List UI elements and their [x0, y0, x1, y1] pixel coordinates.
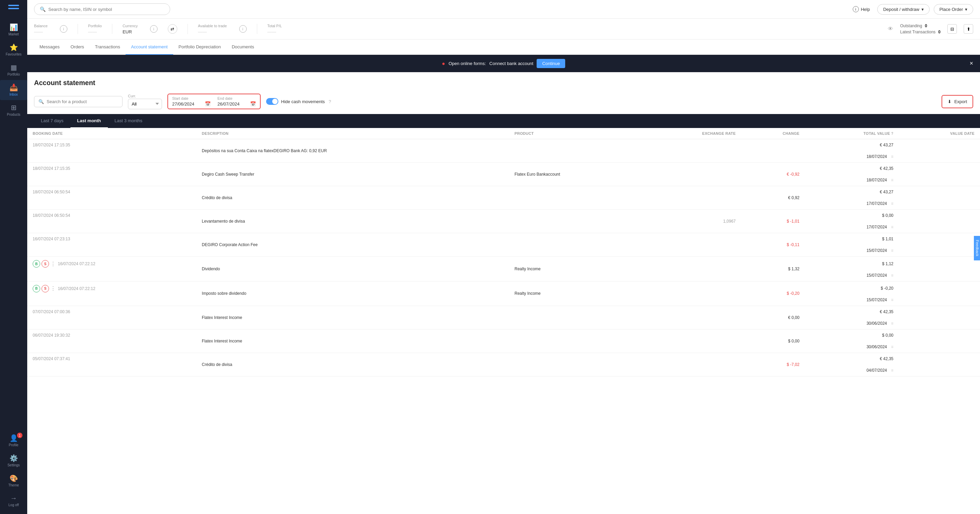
th-description: DESCRIPTION — [196, 128, 509, 139]
balance-label: Balance — [34, 24, 48, 28]
sidebar-item-inbox[interactable]: 📥 Inbox — [0, 80, 27, 100]
currency-info-icon[interactable]: i — [150, 25, 158, 33]
available-value: —— — [198, 29, 227, 34]
start-date-input[interactable] — [172, 102, 203, 107]
tab-transactions[interactable]: Transactions — [89, 40, 126, 55]
sidebar-item-favourites[interactable]: ⭐ Favourites — [0, 40, 27, 60]
row-menu-icon[interactable]: ≡ — [891, 368, 894, 373]
row-menu-icon[interactable]: ≡ — [891, 298, 894, 302]
sidebar-item-profile[interactable]: 1 👤 Profile — [0, 431, 27, 451]
feedback-tab[interactable]: Feedback — [974, 236, 980, 260]
sidebar-item-settings[interactable]: ⚙️ Settings — [0, 451, 27, 471]
swap-icon: ⇄ — [170, 27, 174, 32]
end-date-calendar-icon[interactable]: 📅 — [250, 101, 256, 107]
product-search[interactable]: 🔍 — [34, 96, 123, 107]
place-order-chevron-icon: ▾ — [965, 7, 967, 12]
sidebar-item-label-inbox: Inbox — [10, 92, 18, 97]
row-menu-icon[interactable]: ≡ — [891, 225, 894, 229]
filters-row: 🔍 Curr. All EUR USD GBP Start date — [34, 94, 973, 109]
sidebar-item-market[interactable]: 📊 Market — [0, 20, 27, 40]
row-menu-icon[interactable]: ≡ — [891, 321, 894, 326]
value-date-text: 15/07/2024 — [866, 248, 887, 253]
cell-description: Imposto sobre dividendo — [196, 281, 509, 306]
sidebar-item-label-portfolio: Portfolio — [8, 73, 20, 76]
start-date-input-row: 📅 — [172, 101, 211, 107]
page-title: Account statement — [34, 79, 973, 87]
sidebar-item-label-theme: Theme — [8, 483, 19, 487]
filter-button[interactable]: ⊟ — [947, 24, 957, 34]
more-options-icon[interactable]: ⋮ — [50, 261, 56, 267]
tab-documents[interactable]: Documents — [226, 40, 259, 55]
sidebar-item-logoff[interactable]: → Log off — [0, 491, 27, 511]
tab-orders[interactable]: Orders — [65, 40, 89, 55]
buy-badge[interactable]: B — [33, 285, 40, 293]
currency-select[interactable]: All EUR USD GBP — [128, 99, 162, 109]
logo-line-bottom — [8, 8, 19, 9]
cell-value-date: 18/07/2024≡ — [805, 151, 899, 162]
banner-continue-button[interactable]: Continue — [537, 59, 565, 68]
cell-total-value: $ 1,01 — [805, 233, 899, 245]
tab-portfolio-depreciation[interactable]: Portfolio Depreciation — [173, 40, 226, 55]
cell-value-date: 18/07/2024≡ — [805, 174, 899, 186]
deposit-withdraw-button[interactable]: Deposit / withdraw ▾ — [877, 4, 929, 14]
sidebar: 📊 Market ⭐ Favourites ▦ Portfolio 📥 Inbo… — [0, 0, 27, 514]
row-menu-icon[interactable]: ≡ — [891, 154, 894, 159]
currency-swap-button[interactable]: ⇄ — [168, 24, 177, 34]
start-date-calendar-icon[interactable]: 📅 — [205, 101, 211, 107]
cell-product — [509, 353, 639, 377]
cell-booking-date: 05/07/2024 07:37:41 — [27, 353, 196, 364]
period-tab-lastmonth[interactable]: Last month — [70, 114, 108, 128]
sidebar-item-products[interactable]: ⊞ Products — [0, 100, 27, 120]
profile-icon: 👤 — [10, 434, 18, 442]
period-tab-last7[interactable]: Last 7 days — [34, 114, 70, 128]
products-icon: ⊞ — [11, 103, 17, 111]
cell-value-date: 15/07/2024≡ — [805, 245, 899, 256]
logoff-icon: → — [10, 494, 17, 502]
cell-description: Crédito de divisa — [196, 186, 509, 210]
sidebar-item-portfolio[interactable]: ▦ Portfolio — [0, 60, 27, 80]
tab-account-statement-label: Account statement — [131, 44, 168, 49]
available-label: Available to trade — [198, 24, 227, 28]
tab-account-statement[interactable]: Account statement — [126, 40, 173, 55]
row-menu-icon[interactable]: ≡ — [891, 248, 894, 253]
sidebar-item-label-profile: Profile — [9, 443, 18, 447]
inbox-icon: 📥 — [10, 83, 18, 92]
tab-messages[interactable]: Messages — [34, 40, 65, 55]
row-menu-icon[interactable]: ≡ — [891, 201, 894, 206]
cell-product: Realty Income — [509, 257, 639, 282]
expand-icon: ⬆ — [967, 27, 970, 32]
row-menu-icon[interactable]: ≡ — [891, 178, 894, 183]
search-icon: 🔍 — [40, 6, 46, 12]
row-menu-icon[interactable]: ≡ — [891, 273, 894, 278]
outstanding-row: Outstanding 0 — [900, 24, 940, 28]
end-date-label: End date — [218, 96, 256, 100]
buy-badge[interactable]: B — [33, 260, 40, 267]
sell-badge[interactable]: S — [41, 285, 49, 293]
sidebar-item-theme[interactable]: 🎨 Theme — [0, 471, 27, 491]
help-button[interactable]: i Help — [850, 4, 873, 14]
product-search-input[interactable] — [47, 99, 118, 104]
topbar-search-input[interactable] — [48, 7, 164, 12]
booking-date-value: 07/07/2024 07:00:36 — [33, 309, 70, 314]
hide-cash-toggle[interactable] — [266, 98, 278, 105]
end-date-input[interactable] — [218, 102, 248, 107]
sell-badge[interactable]: S — [41, 260, 49, 267]
available-info-icon[interactable]: i — [239, 25, 247, 33]
topbar-search[interactable]: 🔍 — [34, 3, 170, 15]
table-row: 07/07/2024 07:00:36Flatex Interest Incom… — [27, 306, 980, 329]
cell-change: $ -0,20 — [741, 281, 805, 306]
hide-cash-help-icon[interactable]: ? — [329, 99, 331, 104]
cell-booking-date: BS⋮16/07/2024 07:22:12 — [27, 282, 196, 296]
period-tab-last3months[interactable]: Last 3 months — [108, 114, 150, 128]
total-value-info-icon[interactable]: ? — [891, 132, 893, 135]
hide-cash-label: Hide cash movements — [281, 99, 325, 104]
banner-close-button[interactable]: × — [969, 60, 973, 67]
expand-button[interactable]: ⬆ — [964, 24, 973, 34]
export-button[interactable]: ⬇ Export — [943, 96, 972, 107]
place-order-button[interactable]: Place Order ▾ — [934, 4, 973, 14]
product-badges: BS⋮ — [33, 260, 56, 267]
more-options-icon[interactable]: ⋮ — [50, 285, 56, 292]
row-menu-icon[interactable]: ≡ — [891, 344, 894, 349]
balance-info-icon[interactable]: i — [60, 25, 67, 33]
cell-exchange-rate — [639, 163, 741, 186]
